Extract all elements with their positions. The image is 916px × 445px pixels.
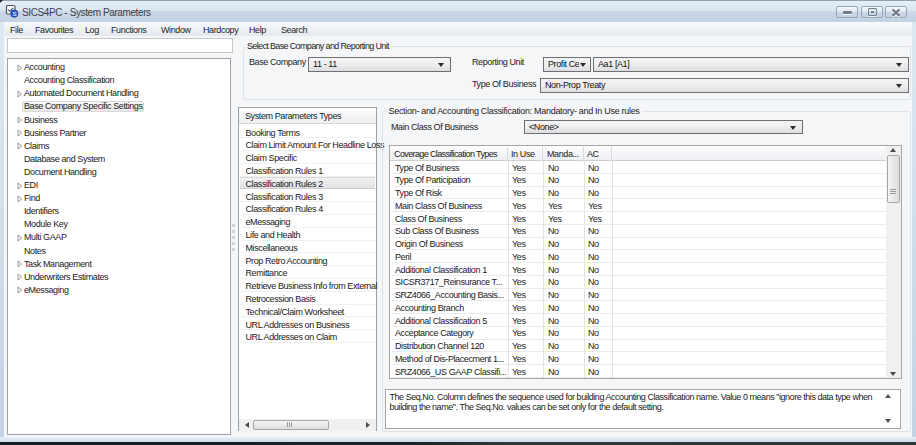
svg-text:S: S [12, 10, 16, 17]
